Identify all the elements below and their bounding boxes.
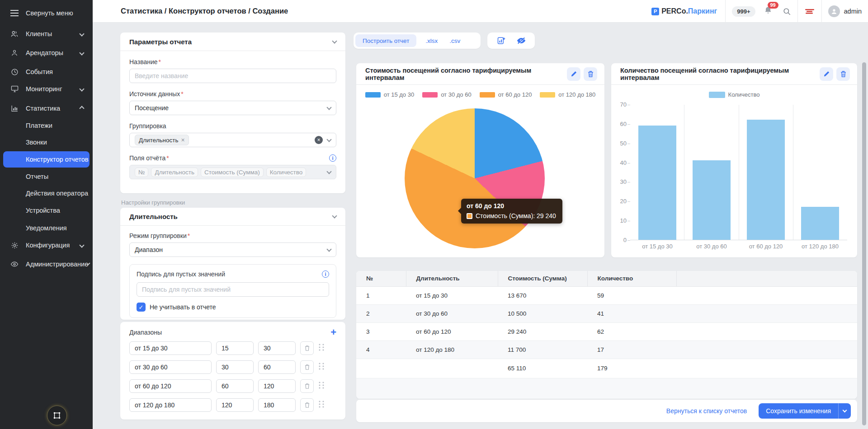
sidebar-collapse-menu[interactable]: Свернуть меню — [0, 5, 93, 21]
save-options-caret[interactable] — [838, 403, 851, 419]
legend-item[interactable]: от 120 до 180 — [540, 91, 595, 98]
add-range-button[interactable]: + — [330, 328, 336, 336]
sidebar-item-administration[interactable]: Администрирование — [0, 256, 93, 272]
fields-label-row: Поля отчёта* i — [129, 154, 336, 162]
sidebar-item-report-builder[interactable]: Конструктор отчетов — [3, 151, 90, 168]
legend-item[interactable]: от 30 до 60 — [422, 91, 471, 98]
sidebar-item-monitoring[interactable]: Мониторинг — [0, 81, 93, 97]
sidebar-item-events[interactable]: События — [0, 64, 93, 80]
save-changes-button[interactable]: Сохранить изменения — [759, 403, 851, 419]
bar[interactable] — [801, 207, 839, 240]
table-row[interactable]: 2от 30 до 6010 50041 — [356, 304, 857, 322]
grouping-chip[interactable]: Длительность× — [135, 135, 189, 145]
y-axis-tick-label: 0 — [613, 237, 627, 243]
range-name-input[interactable] — [129, 341, 212, 355]
grouping-select[interactable]: Длительность× × — [129, 133, 336, 147]
hide-charts-button[interactable] — [514, 34, 528, 47]
back-to-reports-link[interactable]: Вернуться к списку отчетов — [666, 407, 747, 415]
table-row[interactable]: 4от 120 до 18011 70017 — [356, 340, 857, 359]
range-name-input[interactable] — [129, 398, 212, 412]
sidebar-item-configuration[interactable]: Конфигурация — [0, 237, 93, 253]
exclude-checkbox-label: Не учитывать в отчете — [150, 303, 216, 311]
range-from-input[interactable] — [216, 398, 254, 412]
drag-handle[interactable] — [318, 343, 325, 353]
sidebar-item-reports[interactable]: Отчеты — [0, 168, 93, 185]
clock-icon — [11, 68, 19, 76]
empty-values-input[interactable] — [137, 282, 329, 297]
range-to-input[interactable] — [258, 341, 296, 355]
bar[interactable] — [747, 120, 785, 240]
bar[interactable] — [693, 160, 731, 240]
exclude-checkbox[interactable]: ✓ — [137, 303, 146, 312]
range-from-input[interactable] — [216, 379, 254, 393]
bar-x-label: от 15 до 30 — [630, 243, 684, 250]
add-chart-button[interactable] — [495, 34, 508, 47]
build-report-button[interactable]: Построить отчет — [355, 34, 416, 47]
grouping-mode-select[interactable]: Диапазон — [129, 242, 336, 257]
drag-handle[interactable] — [318, 381, 325, 391]
sidebar-item-tenants[interactable]: Арендаторы — [0, 45, 93, 61]
sidebar-item-operator-actions[interactable]: Действия оператора — [0, 185, 93, 201]
range-to-input[interactable] — [258, 360, 296, 374]
clear-selection-icon[interactable]: × — [315, 136, 323, 144]
info-icon[interactable]: i — [329, 154, 336, 162]
range-from-input[interactable] — [216, 360, 254, 374]
drag-handle[interactable] — [318, 400, 325, 410]
report-fields-select: № Длительность Стоимость (Сумма) Количес… — [129, 165, 336, 179]
field-chip: Количество — [266, 168, 307, 177]
table-row[interactable]: 1от 15 до 3013 67059 — [356, 286, 857, 304]
range-to-input[interactable] — [258, 379, 296, 393]
counter-badge[interactable]: 999+ — [732, 6, 755, 17]
delete-range-button[interactable] — [300, 341, 314, 355]
delete-chart-button[interactable] — [836, 67, 850, 81]
export-csv-button[interactable]: .csv — [447, 37, 469, 44]
y-axis-tick — [627, 221, 630, 221]
range-to-input[interactable] — [258, 398, 296, 412]
sidebar-item-notifications[interactable]: Уведомления — [0, 220, 93, 236]
annotation-tool-button[interactable] — [47, 406, 67, 425]
export-xlsx-button[interactable]: .xlsx — [416, 37, 447, 44]
range-name-input[interactable] — [129, 360, 212, 374]
report-name-input[interactable] — [129, 69, 336, 83]
eye-off-icon — [516, 37, 526, 45]
legend-item[interactable]: от 15 до 30 — [365, 91, 414, 98]
edit-chart-button[interactable] — [567, 67, 580, 81]
logs-button[interactable] — [804, 8, 815, 15]
sidebar-item-devices[interactable]: Устройства — [0, 202, 93, 219]
logo-mark-icon: P — [651, 8, 659, 15]
sidebar-item-statistics[interactable]: Статистика — [0, 100, 93, 117]
range-row — [129, 379, 336, 393]
legend-item[interactable]: от 60 до 120 — [480, 91, 532, 98]
sidebar-item-payments[interactable]: Платежи — [0, 117, 93, 134]
sidebar-item-clients[interactable]: Клиенты — [0, 26, 93, 42]
range-from-input[interactable] — [216, 341, 254, 355]
y-axis-tick-label: 60 — [613, 121, 627, 127]
delete-chart-button[interactable] — [584, 67, 597, 81]
notifications-button[interactable]: 99 — [764, 6, 773, 17]
table-row[interactable]: 3от 60 до 12029 24062 — [356, 322, 857, 340]
sidebar-item-calls[interactable]: Звонки — [0, 134, 93, 150]
search-button[interactable] — [783, 7, 791, 16]
page-scrollbar[interactable] — [862, 62, 866, 425]
bar[interactable] — [638, 126, 676, 240]
col-count: Количество — [587, 271, 676, 286]
duration-card-header[interactable]: Длительность — [120, 208, 345, 226]
delete-range-button[interactable] — [300, 379, 314, 393]
avatar[interactable] — [828, 5, 840, 17]
edit-chart-button[interactable] — [820, 67, 833, 81]
data-source-select[interactable]: Посещение — [129, 101, 336, 115]
range-name-input[interactable] — [129, 379, 212, 393]
user-name[interactable]: admin — [844, 8, 862, 15]
monitor-icon — [11, 85, 19, 93]
pie-chart[interactable] — [405, 108, 545, 248]
info-icon[interactable]: i — [322, 270, 329, 278]
bar-plot-area[interactable] — [630, 105, 847, 240]
chip-remove-icon[interactable]: × — [181, 136, 185, 144]
drag-handle[interactable] — [318, 362, 325, 372]
report-params-header[interactable]: Параметры отчета — [120, 33, 345, 51]
user-icon — [830, 8, 838, 15]
chart-add-icon — [497, 36, 506, 45]
delete-range-button[interactable] — [300, 360, 314, 374]
delete-range-button[interactable] — [300, 398, 314, 412]
trash-icon — [304, 383, 310, 389]
